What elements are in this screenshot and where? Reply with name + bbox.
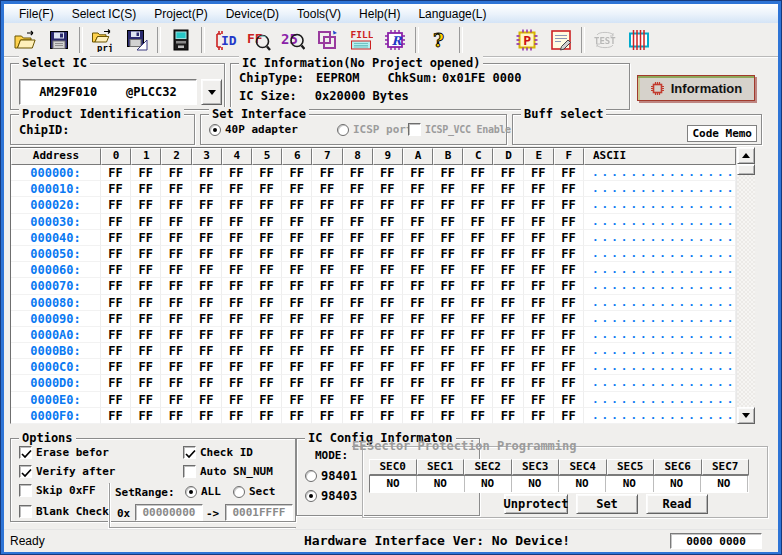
hex-byte-cell[interactable]: FF xyxy=(282,311,312,327)
hex-byte-cell[interactable]: FF xyxy=(282,327,312,343)
hex-byte-cell[interactable]: FF xyxy=(282,181,312,197)
hex-byte-cell[interactable]: FF xyxy=(343,197,373,213)
hex-byte-cell[interactable]: FF xyxy=(493,295,523,311)
hex-byte-cell[interactable]: FF xyxy=(161,343,191,359)
table-row[interactable]: 000020:FFFFFFFFFFFFFFFFFFFFFFFFFFFFFFFF.… xyxy=(11,197,736,213)
hex-byte-cell[interactable]: FF xyxy=(554,375,584,391)
hex-byte-cell[interactable]: FF xyxy=(403,230,433,246)
fill-buffer-button[interactable]: FILL xyxy=(344,26,378,54)
hex-byte-cell[interactable]: FF xyxy=(192,408,222,424)
hex-byte-cell[interactable]: FF xyxy=(403,246,433,262)
hex-byte-cell[interactable]: FF xyxy=(373,214,403,230)
hex-byte-cell[interactable]: FF xyxy=(493,246,523,262)
hex-byte-cell[interactable]: FF xyxy=(343,343,373,359)
hex-byte-cell[interactable]: FF xyxy=(343,375,373,391)
hex-byte-cell[interactable]: FF xyxy=(493,181,523,197)
hex-byte-cell[interactable]: FF xyxy=(463,246,493,262)
hex-byte-cell[interactable]: FF xyxy=(282,230,312,246)
hex-byte-cell[interactable]: FF xyxy=(463,311,493,327)
hex-byte-cell[interactable]: FF xyxy=(343,181,373,197)
hex-byte-cell[interactable]: FF xyxy=(493,408,523,424)
scroll-up-button[interactable] xyxy=(737,147,755,164)
hex-byte-cell[interactable]: FF xyxy=(433,197,463,213)
hex-byte-cell[interactable]: FF xyxy=(161,181,191,197)
radio-40p-adapter[interactable]: 40P adapter xyxy=(209,123,298,136)
hex-byte-cell[interactable]: FF xyxy=(524,197,554,213)
hex-byte-cell[interactable]: FF xyxy=(131,359,161,375)
hex-byte-cell[interactable]: FF xyxy=(343,327,373,343)
hex-byte-cell[interactable]: FF xyxy=(192,359,222,375)
table-row[interactable]: 0000A0:FFFFFFFFFFFFFFFFFFFFFFFFFFFFFFFF.… xyxy=(11,327,736,343)
hex-byte-cell[interactable]: FF xyxy=(282,295,312,311)
hex-byte-cell[interactable]: FF xyxy=(312,375,342,391)
sector-value-cell[interactable]: NO xyxy=(370,476,417,492)
check-id-button[interactable]: ID xyxy=(208,26,242,54)
hex-byte-cell[interactable]: FF xyxy=(524,230,554,246)
hex-byte-cell[interactable]: FF xyxy=(403,392,433,408)
hex-byte-cell[interactable]: FF xyxy=(433,278,463,294)
hex-byte-cell[interactable]: FF xyxy=(222,343,252,359)
hex-byte-cell[interactable]: FF xyxy=(192,311,222,327)
table-row[interactable]: 000030:FFFFFFFFFFFFFFFFFFFFFFFFFFFFFFFF.… xyxy=(11,214,736,230)
hex-byte-cell[interactable]: FF xyxy=(282,214,312,230)
hex-byte-cell[interactable]: FF xyxy=(192,375,222,391)
hex-byte-cell[interactable]: FF xyxy=(524,375,554,391)
hex-byte-cell[interactable]: FF xyxy=(252,343,282,359)
table-row[interactable]: 0000D0:FFFFFFFFFFFFFFFFFFFFFFFFFFFFFFFF.… xyxy=(11,375,736,391)
table-row[interactable]: 000070:FFFFFFFFFFFFFFFFFFFFFFFFFFFFFFFF.… xyxy=(11,278,736,294)
hex-byte-cell[interactable]: FF xyxy=(131,230,161,246)
sector-value-cell[interactable]: NO xyxy=(701,476,748,492)
combobox-dropdown-button[interactable] xyxy=(201,79,222,105)
hex-byte-cell[interactable]: FF xyxy=(222,262,252,278)
table-row[interactable]: 000060:FFFFFFFFFFFFFFFFFFFFFFFFFFFFFFFF.… xyxy=(11,262,736,278)
hex-byte-cell[interactable]: FF xyxy=(312,278,342,294)
hex-byte-cell[interactable]: FF xyxy=(282,359,312,375)
hex-byte-cell[interactable]: FF xyxy=(222,327,252,343)
hex-byte-cell[interactable]: FF xyxy=(101,278,131,294)
range-from-input[interactable]: 00000000 xyxy=(135,504,203,521)
hex-byte-cell[interactable]: FF xyxy=(282,278,312,294)
hex-byte-cell[interactable]: FF xyxy=(403,214,433,230)
hex-byte-cell[interactable]: FF xyxy=(131,262,161,278)
vertical-scrollbar[interactable] xyxy=(737,147,755,424)
table-row[interactable]: 0000E0:FFFFFFFFFFFFFFFFFFFFFFFFFFFFFFFF.… xyxy=(11,392,736,408)
hex-byte-cell[interactable]: FF xyxy=(524,392,554,408)
hex-byte-cell[interactable]: FF xyxy=(343,311,373,327)
hex-byte-cell[interactable]: FF xyxy=(433,214,463,230)
hex-byte-cell[interactable]: FF xyxy=(343,295,373,311)
table-row[interactable]: 000040:FFFFFFFFFFFFFFFFFFFFFFFFFFFFFFFF.… xyxy=(11,230,736,246)
sector-value-cell[interactable]: NO xyxy=(465,476,512,492)
select-ic-combobox[interactable]: AM29F010 @PLCC32 xyxy=(19,79,197,105)
hex-byte-cell[interactable]: FF xyxy=(433,311,463,327)
checkbox-blank-check[interactable]: Blank Check xyxy=(19,505,109,518)
unprotect-button[interactable]: Unprotect xyxy=(504,494,568,514)
hex-byte-cell[interactable]: FF xyxy=(222,295,252,311)
hex-byte-cell[interactable]: FF xyxy=(192,246,222,262)
hex-byte-cell[interactable]: FF xyxy=(312,343,342,359)
hex-byte-cell[interactable]: FF xyxy=(373,295,403,311)
checkbox-check-id[interactable]: Check ID xyxy=(183,446,253,459)
hex-byte-cell[interactable]: FF xyxy=(161,327,191,343)
hex-byte-cell[interactable]: FF xyxy=(463,375,493,391)
checkbox-auto-sn-num[interactable]: Auto SN_NUM xyxy=(183,465,273,478)
hex-byte-cell[interactable]: FF xyxy=(101,392,131,408)
hex-byte-cell[interactable]: FF xyxy=(192,181,222,197)
hex-byte-cell[interactable]: FF xyxy=(403,181,433,197)
hex-byte-cell[interactable]: FF xyxy=(282,375,312,391)
checkbox-erase-before[interactable]: Erase befor xyxy=(19,446,111,459)
hex-byte-cell[interactable]: FF xyxy=(343,278,373,294)
hex-byte-cell[interactable]: FF xyxy=(493,165,523,181)
save-file-button[interactable] xyxy=(42,26,76,54)
hex-byte-cell[interactable]: FF xyxy=(493,327,523,343)
hex-byte-cell[interactable]: FF xyxy=(493,392,523,408)
hex-byte-cell[interactable]: FF xyxy=(131,246,161,262)
hex-byte-cell[interactable]: FF xyxy=(554,165,584,181)
hex-byte-cell[interactable]: FF xyxy=(524,311,554,327)
hex-byte-cell[interactable]: FF xyxy=(554,408,584,424)
hex-byte-cell[interactable]: FF xyxy=(554,327,584,343)
hex-byte-cell[interactable]: FF xyxy=(131,165,161,181)
hex-byte-cell[interactable]: FF xyxy=(101,246,131,262)
hex-byte-cell[interactable]: FF xyxy=(222,311,252,327)
hex-byte-cell[interactable]: FF xyxy=(101,408,131,424)
menu-item[interactable]: Select IC(S) xyxy=(63,5,146,23)
